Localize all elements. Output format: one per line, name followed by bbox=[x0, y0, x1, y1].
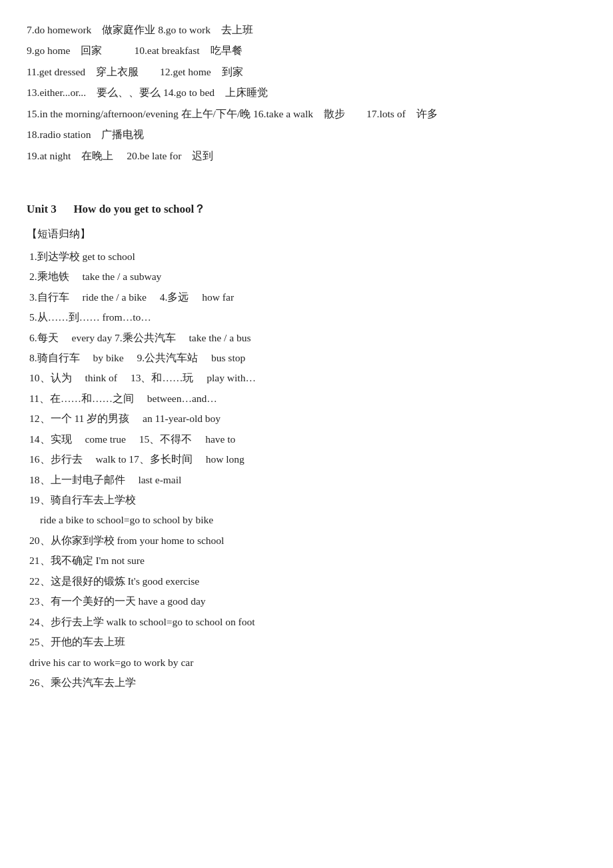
vocab-item: 14、实现 come true 15、不得不 have to bbox=[27, 429, 586, 449]
vocab-item: 3.自行车 ride the / a bike 4.多远 how far bbox=[27, 287, 586, 307]
vocab-item: 25、开他的车去上班 bbox=[27, 632, 586, 651]
vocab-item: 11、在……和……之间 between…and… bbox=[27, 389, 586, 408]
top-line: 11.get dressed 穿上衣服 12.get home 到家 bbox=[27, 62, 586, 81]
vocab-list: 1.到达学校 get to school2.乘地铁 take the / a s… bbox=[27, 247, 586, 693]
vocab-item: 8.骑自行车 by bike 9.公共汽车站 bus stop bbox=[27, 348, 586, 367]
vocab-item: 19、骑自行车去上学校 bbox=[27, 490, 586, 509]
vocab-item: 20、从你家到学校 from your home to school bbox=[27, 531, 586, 550]
top-line: 18.radio station 广播电视 bbox=[27, 125, 586, 144]
vocab-item: drive his car to work=go to work by car bbox=[27, 653, 586, 672]
top-line: 7.do homework 做家庭作业 8.go to work 去上班 bbox=[27, 20, 586, 39]
vocab-item: ride a bike to school=go to school by bi… bbox=[27, 510, 586, 529]
unit-subtitle: How do you get to school？ bbox=[73, 203, 205, 215]
unit-title: Unit 3 How do you get to school？ bbox=[27, 199, 586, 220]
spacer bbox=[27, 172, 586, 199]
top-line: 13.either...or... 要么、、要么 14.go to bed 上床… bbox=[27, 83, 586, 102]
unit-label: Unit 3 bbox=[27, 203, 57, 215]
vocab-item: 26、乘公共汽车去上学 bbox=[27, 673, 586, 692]
vocab-item: 22、这是很好的锻炼 It's good exercise bbox=[27, 571, 586, 591]
unit3-section: Unit 3 How do you get to school？ 【短语归纳】 … bbox=[27, 199, 586, 692]
bracket-header: 【短语归纳】 bbox=[27, 224, 586, 243]
vocab-item: 23、有一个美好的一天 have a good day bbox=[27, 591, 586, 611]
top-section: 7.do homework 做家庭作业 8.go to work 去上班9.go… bbox=[27, 20, 586, 165]
vocab-item: 21、我不确定 I'm not sure bbox=[27, 551, 586, 570]
vocab-item: 6.每天 every day 7.乘公共汽车 take the / a bus bbox=[27, 328, 586, 347]
top-line: 9.go home 回家 10.eat breakfast 吃早餐 bbox=[27, 41, 586, 60]
top-line: 19.at night 在晚上 20.be late for 迟到 bbox=[27, 146, 586, 165]
vocab-item: 10、认为 think of 13、和……玩 play with… bbox=[27, 368, 586, 387]
vocab-item: 2.乘地铁 take the / a subway bbox=[27, 267, 586, 286]
vocab-item: 12、一个 11 岁的男孩 an 11-year-old boy bbox=[27, 409, 586, 428]
vocab-item: 16、步行去 walk to 17、多长时间 how long bbox=[27, 449, 586, 469]
vocab-item: 1.到达学校 get to school bbox=[27, 247, 586, 266]
top-line: 15.in the morning/afternoon/evening 在上午/… bbox=[27, 104, 586, 123]
vocab-item: 24、步行去上学 walk to school=go to school on … bbox=[27, 612, 586, 631]
vocab-item: 5.从……到…… from…to… bbox=[27, 307, 586, 327]
vocab-item: 18、上一封电子邮件 last e-mail bbox=[27, 470, 586, 489]
